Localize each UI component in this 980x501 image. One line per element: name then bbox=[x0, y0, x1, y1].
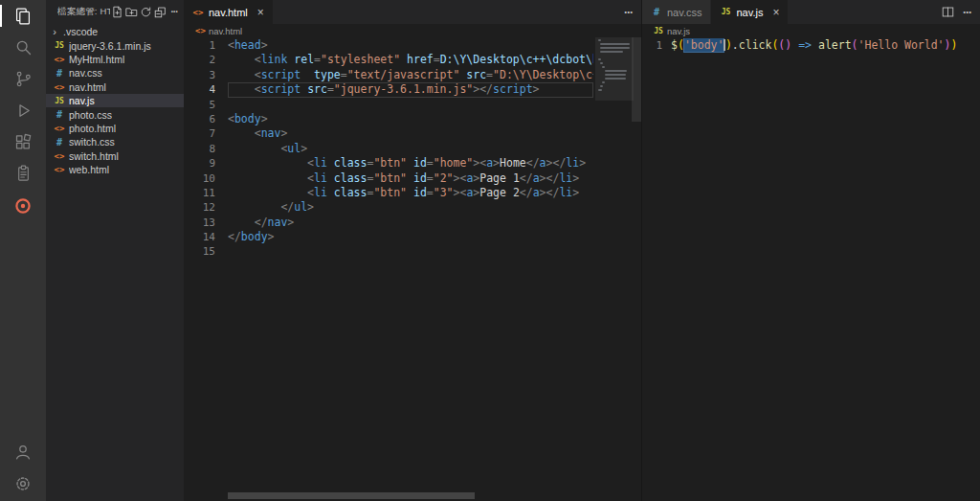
code-area-left: 1<head>2 <link rel="stylesheet" href=D:\… bbox=[184, 37, 641, 260]
search-icon[interactable] bbox=[0, 32, 46, 63]
file-item-.vscode[interactable]: ›.vscode bbox=[46, 25, 184, 38]
editor-left[interactable]: 1<head>2 <link rel="stylesheet" href=D:\… bbox=[184, 37, 641, 501]
accounts-icon[interactable] bbox=[0, 436, 46, 467]
close-tab-icon[interactable]: × bbox=[257, 7, 264, 18]
line-content: </body> bbox=[228, 230, 593, 244]
line-content: <li class="btn" id="3"><a>Page 2</a></li… bbox=[228, 186, 593, 200]
code-line-10[interactable]: 10 <li class="btn" id="2"><a>Page 1</a><… bbox=[184, 171, 641, 186]
breadcrumb-left[interactable]: <> nav.html bbox=[184, 24, 641, 37]
source-control-icon[interactable] bbox=[0, 63, 46, 95]
vscode-window: 檔案總管: HTML ··· ›.vscodeJSjquery-3.6.1.mi… bbox=[0, 0, 980, 501]
file-label: photo.html bbox=[69, 123, 116, 134]
line-content bbox=[228, 244, 593, 259]
breadcrumb-right[interactable]: JS nav.js bbox=[642, 24, 980, 37]
vertical-scrollbar[interactable] bbox=[632, 37, 641, 501]
line-content: <ul> bbox=[228, 142, 593, 156]
file-item-nav.html[interactable]: <>nav.html bbox=[46, 80, 184, 94]
code-area-right: 1$('body').click(() => alert('Hello Worl… bbox=[642, 37, 980, 53]
code-line-9[interactable]: 9 <li class="btn" id="home"><a>Home</a><… bbox=[184, 156, 641, 171]
line-number: 14 bbox=[184, 230, 228, 244]
file-item-nav.js[interactable]: JSnav.js bbox=[46, 94, 184, 107]
css-file-icon: # bbox=[54, 109, 65, 120]
editor-right[interactable]: 1$('body').click(() => alert('Hello Worl… bbox=[642, 37, 980, 501]
editor-group-left: <> nav.html × ··· <> nav.html 1<head>2 <… bbox=[184, 0, 641, 501]
file-item-MyHtml.html[interactable]: <>MyHtml.html bbox=[46, 53, 184, 66]
line-number: 4 bbox=[184, 82, 228, 97]
file-tree: ›.vscodeJSjquery-3.6.1.min.js<>MyHtml.ht… bbox=[46, 23, 184, 501]
new-folder-icon[interactable] bbox=[124, 4, 138, 19]
file-item-jquery-3.6.1.min.js[interactable]: JSjquery-3.6.1.min.js bbox=[46, 38, 184, 52]
file-item-switch.html[interactable]: <>switch.html bbox=[46, 149, 184, 163]
file-item-web.html[interactable]: <>web.html bbox=[46, 163, 184, 176]
js-file-icon: JS bbox=[54, 97, 65, 105]
tab-nav-js[interactable]: JS nav.js × bbox=[711, 0, 789, 24]
code-line-2[interactable]: 2 <link rel="stylesheet" href=D:\Y\Deskt… bbox=[184, 53, 641, 67]
chevron-right-icon: › bbox=[50, 26, 59, 37]
file-label: .vscode bbox=[63, 26, 98, 37]
line-content: </ul> bbox=[228, 200, 593, 215]
tab-nav-css[interactable]: # nav.css bbox=[642, 0, 711, 24]
code-line-7[interactable]: 7 <nav> bbox=[184, 126, 641, 141]
vertical-scrollbar-thumb[interactable] bbox=[632, 37, 641, 122]
code-line-1[interactable]: 1$('body').click(() => alert('Hello Worl… bbox=[642, 38, 980, 53]
browser-preview-icon[interactable] bbox=[0, 190, 46, 221]
code-line-14[interactable]: 14</body> bbox=[184, 230, 641, 244]
explorer-sidebar: 檔案總管: HTML ··· ›.vscodeJSjquery-3.6.1.mi… bbox=[46, 0, 184, 501]
js-file-icon: JS bbox=[54, 41, 65, 50]
line-number: 10 bbox=[184, 171, 228, 186]
refresh-icon[interactable] bbox=[139, 4, 152, 19]
html-file-icon: <> bbox=[54, 55, 65, 64]
tab-label: nav.js bbox=[736, 7, 763, 18]
code-line-3[interactable]: 3 <script type="text/javascript" src="D:… bbox=[184, 68, 641, 82]
file-item-switch.css[interactable]: #switch.css bbox=[46, 135, 184, 148]
split-editor-icon[interactable] bbox=[942, 6, 954, 18]
horizontal-scrollbar[interactable] bbox=[228, 492, 630, 499]
line-number: 2 bbox=[184, 53, 228, 67]
more-actions-icon[interactable]: ··· bbox=[624, 6, 633, 19]
code-line-1[interactable]: 1<head> bbox=[184, 38, 641, 53]
file-label: photo.css bbox=[69, 109, 112, 121]
explorer-title: 檔案總管: HTML bbox=[57, 6, 110, 18]
code-line-15[interactable]: 15 bbox=[184, 244, 641, 259]
horizontal-scrollbar-thumb[interactable] bbox=[228, 492, 475, 499]
code-line-11[interactable]: 11 <li class="btn" id="3"><a>Page 2</a><… bbox=[184, 186, 641, 200]
line-number: 11 bbox=[184, 186, 228, 200]
tab-label: nav.css bbox=[667, 7, 702, 18]
file-label: nav.js bbox=[69, 95, 95, 106]
more-actions-icon[interactable]: ··· bbox=[963, 6, 971, 19]
editor-group-right: # nav.css JS nav.js × ··· JS nav.js 1$('… bbox=[641, 0, 980, 501]
code-line-8[interactable]: 8 <ul> bbox=[184, 142, 641, 156]
code-line-6[interactable]: 6<body> bbox=[184, 112, 641, 126]
extensions-icon[interactable] bbox=[0, 126, 46, 158]
breadcrumb-item: nav.html bbox=[209, 26, 242, 36]
line-number: 9 bbox=[184, 156, 228, 171]
collapse-all-icon[interactable] bbox=[153, 4, 167, 19]
line-content: <script src="jquery-3.6.1.min.js"></scri… bbox=[228, 82, 593, 97]
file-item-nav.css[interactable]: #nav.css bbox=[46, 66, 184, 80]
file-item-photo.html[interactable]: <>photo.html bbox=[46, 122, 184, 135]
code-line-4[interactable]: 4 <script src="jquery-3.6.1.min.js"></sc… bbox=[184, 82, 641, 97]
tab-bar-right: # nav.css JS nav.js × ··· bbox=[642, 0, 980, 24]
testing-icon[interactable] bbox=[0, 158, 46, 190]
minimap[interactable] bbox=[598, 39, 631, 97]
code-line-5[interactable]: 5 bbox=[184, 98, 641, 112]
file-item-photo.css[interactable]: #photo.css bbox=[46, 107, 184, 121]
tab-nav-html[interactable]: <> nav.html × bbox=[184, 0, 274, 24]
css-file-icon: # bbox=[651, 7, 662, 17]
explorer-icon[interactable] bbox=[0, 0, 46, 32]
code-line-12[interactable]: 12 </ul> bbox=[184, 200, 641, 215]
html-file-icon: <> bbox=[54, 82, 65, 92]
more-icon[interactable]: ··· bbox=[167, 4, 181, 19]
code-line-13[interactable]: 13 </nav> bbox=[184, 216, 641, 230]
line-number: 3 bbox=[184, 68, 228, 82]
file-label: jquery-3.6.1.min.js bbox=[69, 40, 151, 52]
run-and-debug-icon[interactable] bbox=[0, 95, 46, 126]
manage-icon[interactable] bbox=[0, 467, 46, 499]
file-label: MyHtml.html bbox=[69, 54, 124, 65]
close-tab-icon[interactable]: × bbox=[772, 7, 779, 18]
css-file-icon: # bbox=[54, 137, 65, 148]
line-number: 1 bbox=[642, 38, 671, 53]
line-content: <nav> bbox=[228, 126, 593, 141]
new-file-icon[interactable] bbox=[110, 4, 123, 19]
line-number: 6 bbox=[184, 112, 228, 126]
